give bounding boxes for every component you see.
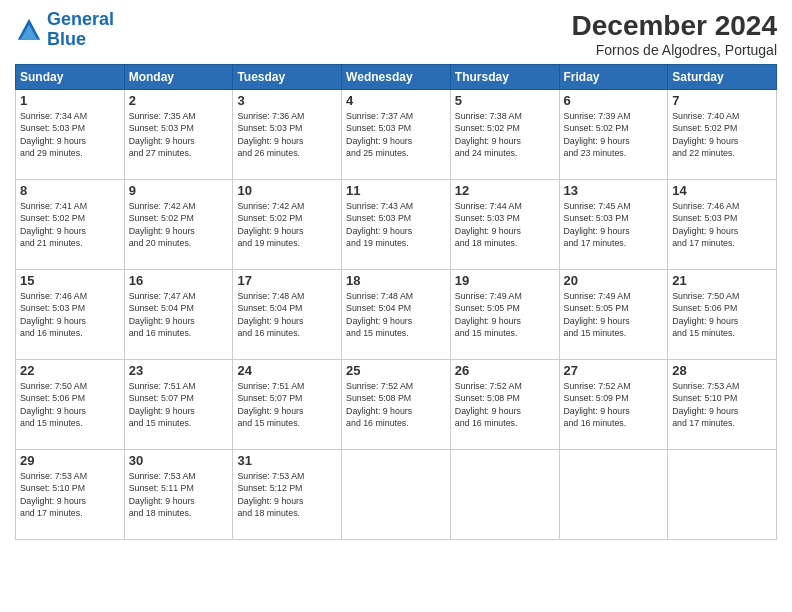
day-detail: Sunrise: 7:38 AMSunset: 5:02 PMDaylight:… [455,110,555,159]
table-row: 28 Sunrise: 7:53 AMSunset: 5:10 PMDaylig… [668,360,777,450]
table-row: 7 Sunrise: 7:40 AMSunset: 5:02 PMDayligh… [668,90,777,180]
day-number: 6 [564,93,664,108]
day-detail: Sunrise: 7:50 AMSunset: 5:06 PMDaylight:… [20,380,120,429]
table-row: 29 Sunrise: 7:53 AMSunset: 5:10 PMDaylig… [16,450,125,540]
day-number: 4 [346,93,446,108]
day-number: 17 [237,273,337,288]
day-detail: Sunrise: 7:51 AMSunset: 5:07 PMDaylight:… [237,380,337,429]
table-row: 6 Sunrise: 7:39 AMSunset: 5:02 PMDayligh… [559,90,668,180]
table-row: 26 Sunrise: 7:52 AMSunset: 5:08 PMDaylig… [450,360,559,450]
table-row: 27 Sunrise: 7:52 AMSunset: 5:09 PMDaylig… [559,360,668,450]
day-detail: Sunrise: 7:53 AMSunset: 5:11 PMDaylight:… [129,470,229,519]
table-row: 30 Sunrise: 7:53 AMSunset: 5:11 PMDaylig… [124,450,233,540]
table-row: 14 Sunrise: 7:46 AMSunset: 5:03 PMDaylig… [668,180,777,270]
page-container: General Blue December 2024 Fornos de Alg… [0,0,792,545]
calendar-week-row: 15 Sunrise: 7:46 AMSunset: 5:03 PMDaylig… [16,270,777,360]
day-detail: Sunrise: 7:53 AMSunset: 5:10 PMDaylight:… [20,470,120,519]
header: General Blue December 2024 Fornos de Alg… [15,10,777,58]
calendar-week-row: 8 Sunrise: 7:41 AMSunset: 5:02 PMDayligh… [16,180,777,270]
day-detail: Sunrise: 7:48 AMSunset: 5:04 PMDaylight:… [346,290,446,339]
day-number: 1 [20,93,120,108]
day-number: 18 [346,273,446,288]
col-monday: Monday [124,65,233,90]
table-row: 24 Sunrise: 7:51 AMSunset: 5:07 PMDaylig… [233,360,342,450]
table-row: 15 Sunrise: 7:46 AMSunset: 5:03 PMDaylig… [16,270,125,360]
day-detail: Sunrise: 7:39 AMSunset: 5:02 PMDaylight:… [564,110,664,159]
table-row [450,450,559,540]
table-row: 9 Sunrise: 7:42 AMSunset: 5:02 PMDayligh… [124,180,233,270]
day-detail: Sunrise: 7:45 AMSunset: 5:03 PMDaylight:… [564,200,664,249]
col-friday: Friday [559,65,668,90]
day-detail: Sunrise: 7:52 AMSunset: 5:08 PMDaylight:… [455,380,555,429]
day-detail: Sunrise: 7:36 AMSunset: 5:03 PMDaylight:… [237,110,337,159]
table-row: 16 Sunrise: 7:47 AMSunset: 5:04 PMDaylig… [124,270,233,360]
table-row: 25 Sunrise: 7:52 AMSunset: 5:08 PMDaylig… [342,360,451,450]
day-detail: Sunrise: 7:52 AMSunset: 5:09 PMDaylight:… [564,380,664,429]
day-number: 5 [455,93,555,108]
day-detail: Sunrise: 7:53 AMSunset: 5:10 PMDaylight:… [672,380,772,429]
table-row: 13 Sunrise: 7:45 AMSunset: 5:03 PMDaylig… [559,180,668,270]
col-wednesday: Wednesday [342,65,451,90]
table-row: 23 Sunrise: 7:51 AMSunset: 5:07 PMDaylig… [124,360,233,450]
day-number: 15 [20,273,120,288]
logo: General Blue [15,10,114,50]
day-number: 20 [564,273,664,288]
day-number: 11 [346,183,446,198]
day-number: 27 [564,363,664,378]
calendar-title: December 2024 [572,10,777,42]
logo-icon [15,16,43,44]
day-detail: Sunrise: 7:51 AMSunset: 5:07 PMDaylight:… [129,380,229,429]
day-number: 12 [455,183,555,198]
day-detail: Sunrise: 7:42 AMSunset: 5:02 PMDaylight:… [237,200,337,249]
day-detail: Sunrise: 7:44 AMSunset: 5:03 PMDaylight:… [455,200,555,249]
day-number: 21 [672,273,772,288]
calendar-header-row: Sunday Monday Tuesday Wednesday Thursday… [16,65,777,90]
day-number: 16 [129,273,229,288]
day-number: 25 [346,363,446,378]
day-detail: Sunrise: 7:48 AMSunset: 5:04 PMDaylight:… [237,290,337,339]
table-row: 2 Sunrise: 7:35 AMSunset: 5:03 PMDayligh… [124,90,233,180]
day-number: 28 [672,363,772,378]
calendar-week-row: 29 Sunrise: 7:53 AMSunset: 5:10 PMDaylig… [16,450,777,540]
day-detail: Sunrise: 7:49 AMSunset: 5:05 PMDaylight:… [455,290,555,339]
table-row: 10 Sunrise: 7:42 AMSunset: 5:02 PMDaylig… [233,180,342,270]
col-tuesday: Tuesday [233,65,342,90]
table-row: 20 Sunrise: 7:49 AMSunset: 5:05 PMDaylig… [559,270,668,360]
calendar-table: Sunday Monday Tuesday Wednesday Thursday… [15,64,777,540]
day-number: 24 [237,363,337,378]
col-saturday: Saturday [668,65,777,90]
day-number: 13 [564,183,664,198]
table-row: 17 Sunrise: 7:48 AMSunset: 5:04 PMDaylig… [233,270,342,360]
day-detail: Sunrise: 7:50 AMSunset: 5:06 PMDaylight:… [672,290,772,339]
day-detail: Sunrise: 7:53 AMSunset: 5:12 PMDaylight:… [237,470,337,519]
day-detail: Sunrise: 7:35 AMSunset: 5:03 PMDaylight:… [129,110,229,159]
day-detail: Sunrise: 7:46 AMSunset: 5:03 PMDaylight:… [20,290,120,339]
day-number: 14 [672,183,772,198]
day-detail: Sunrise: 7:34 AMSunset: 5:03 PMDaylight:… [20,110,120,159]
table-row: 21 Sunrise: 7:50 AMSunset: 5:06 PMDaylig… [668,270,777,360]
table-row: 22 Sunrise: 7:50 AMSunset: 5:06 PMDaylig… [16,360,125,450]
day-number: 29 [20,453,120,468]
table-row: 5 Sunrise: 7:38 AMSunset: 5:02 PMDayligh… [450,90,559,180]
table-row: 18 Sunrise: 7:48 AMSunset: 5:04 PMDaylig… [342,270,451,360]
day-number: 31 [237,453,337,468]
day-detail: Sunrise: 7:41 AMSunset: 5:02 PMDaylight:… [20,200,120,249]
day-detail: Sunrise: 7:40 AMSunset: 5:02 PMDaylight:… [672,110,772,159]
logo-text: General Blue [47,10,114,50]
table-row: 19 Sunrise: 7:49 AMSunset: 5:05 PMDaylig… [450,270,559,360]
table-row [342,450,451,540]
day-number: 7 [672,93,772,108]
day-number: 9 [129,183,229,198]
day-detail: Sunrise: 7:42 AMSunset: 5:02 PMDaylight:… [129,200,229,249]
day-number: 2 [129,93,229,108]
table-row: 8 Sunrise: 7:41 AMSunset: 5:02 PMDayligh… [16,180,125,270]
table-row: 4 Sunrise: 7:37 AMSunset: 5:03 PMDayligh… [342,90,451,180]
day-detail: Sunrise: 7:46 AMSunset: 5:03 PMDaylight:… [672,200,772,249]
day-number: 22 [20,363,120,378]
day-detail: Sunrise: 7:43 AMSunset: 5:03 PMDaylight:… [346,200,446,249]
day-number: 26 [455,363,555,378]
table-row: 3 Sunrise: 7:36 AMSunset: 5:03 PMDayligh… [233,90,342,180]
table-row: 11 Sunrise: 7:43 AMSunset: 5:03 PMDaylig… [342,180,451,270]
table-row: 31 Sunrise: 7:53 AMSunset: 5:12 PMDaylig… [233,450,342,540]
day-number: 3 [237,93,337,108]
